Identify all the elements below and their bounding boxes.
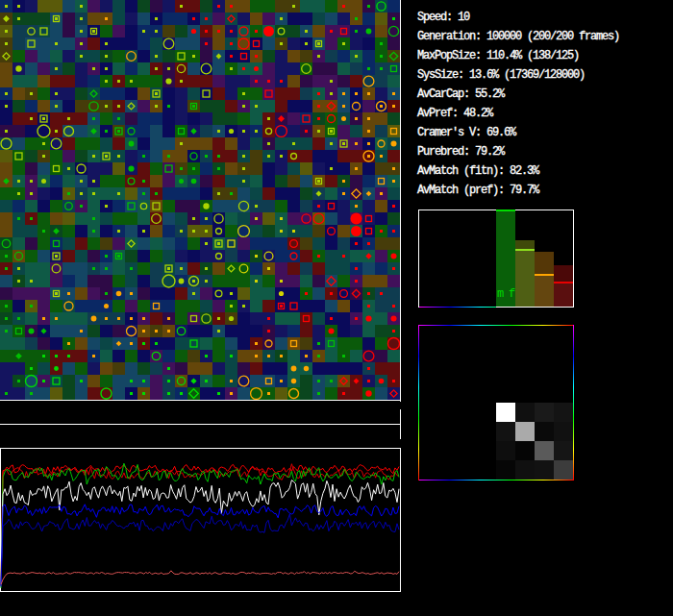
svg-text:m f: m f: [497, 287, 515, 301]
